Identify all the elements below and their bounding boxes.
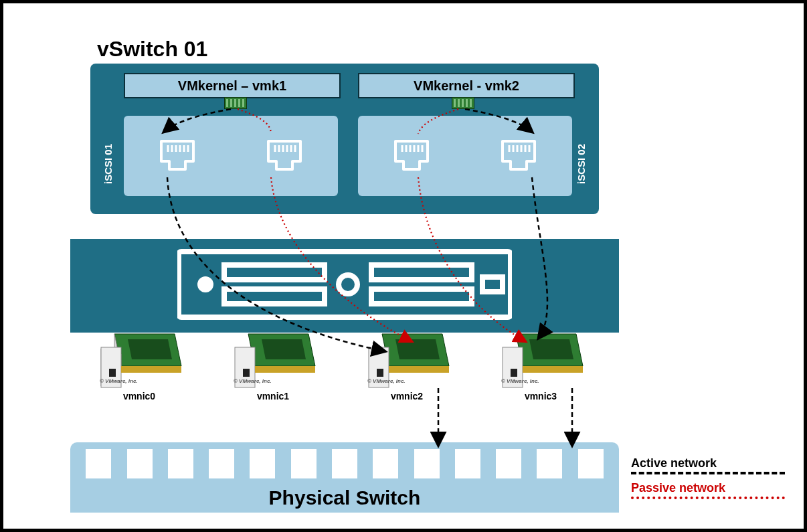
nic-card-icon: © VMware, Inc. <box>497 331 584 388</box>
vmware-credit: © VMware, Inc. <box>501 378 539 384</box>
rj45-port-icon <box>264 137 304 175</box>
iscsi01-label: iSCSI 01 <box>102 144 114 184</box>
switch-port-icon <box>209 449 234 478</box>
svg-rect-5 <box>371 265 472 280</box>
switch-port-icon <box>373 449 398 478</box>
switch-port-icon <box>537 449 562 478</box>
vmware-credit: © VMware, Inc. <box>234 378 272 384</box>
nic-card-vmnic3: © VMware, Inc. vmnic3 <box>497 331 584 402</box>
diagram-title: vSwitch 01 <box>97 37 207 62</box>
switch-port-icon <box>496 449 521 478</box>
switch-port-icon <box>578 449 604 478</box>
nic-card-icon: © VMware, Inc. <box>363 331 450 388</box>
legend-passive: Passive network <box>631 481 785 499</box>
diagram-frame: vSwitch 01 VMkernel – vmk1 VMkernel - vm… <box>0 0 807 532</box>
svg-point-4 <box>339 275 357 294</box>
vmnic1-label: vmnic1 <box>230 391 317 402</box>
legend-passive-line-icon <box>631 497 785 499</box>
nic-chip-icon <box>452 97 474 109</box>
legend-active: Active network <box>631 456 785 474</box>
physical-switch-ports <box>70 449 619 478</box>
switch-port-icon <box>127 449 153 478</box>
legend: Active network Passive network <box>631 450 785 502</box>
server-bar <box>70 239 619 333</box>
iscsi02-label: iSCSI 02 <box>575 144 587 184</box>
svg-rect-27 <box>511 369 517 377</box>
svg-point-1 <box>197 276 213 292</box>
svg-rect-3 <box>224 289 325 304</box>
svg-rect-6 <box>371 289 472 304</box>
rj45-port-icon <box>391 137 432 175</box>
svg-rect-17 <box>243 369 250 377</box>
vmkernel-vmk1-label: VMkernel – vmk1 <box>124 73 341 98</box>
vmnic2-label: vmnic2 <box>363 391 450 402</box>
nic-card-icon: © VMware, Inc. <box>230 331 317 388</box>
vswitch-box: VMkernel – vmk1 VMkernel - vmk2 iSCSI 01… <box>90 64 599 214</box>
rj45-port-icon <box>499 137 539 175</box>
switch-port-icon <box>332 449 357 478</box>
svg-marker-20 <box>395 339 440 359</box>
svg-rect-18 <box>255 366 315 373</box>
nic-card-icon: © VMware, Inc. <box>96 331 183 388</box>
svg-rect-13 <box>121 366 181 373</box>
vmkernel-vmk2-label: VMkernel - vmk2 <box>358 73 575 98</box>
svg-rect-7 <box>482 277 503 292</box>
vmnic0-label: vmnic0 <box>96 391 183 402</box>
nic-chip-icon <box>224 97 247 109</box>
svg-rect-28 <box>523 366 583 373</box>
svg-rect-2 <box>224 265 325 280</box>
physical-switch: Physical Switch <box>70 442 619 513</box>
portgroup-iscsi02 <box>358 116 572 196</box>
legend-active-label: Active network <box>631 456 785 470</box>
switch-port-icon <box>291 449 317 478</box>
vmware-credit: © VMware, Inc. <box>367 378 406 384</box>
svg-marker-25 <box>529 339 573 359</box>
svg-rect-22 <box>377 369 383 377</box>
portgroup-iscsi01 <box>124 116 338 196</box>
physical-switch-label: Physical Switch <box>70 486 619 509</box>
switch-port-icon <box>455 449 480 478</box>
switch-port-icon <box>86 449 111 478</box>
switch-port-icon <box>168 449 193 478</box>
server-icon <box>177 248 512 324</box>
svg-rect-23 <box>389 366 449 373</box>
svg-marker-9 <box>128 339 172 359</box>
svg-rect-0 <box>179 252 511 317</box>
nic-card-vmnic1: © VMware, Inc. vmnic1 <box>230 331 317 402</box>
legend-passive-label: Passive network <box>631 481 785 495</box>
nic-card-vmnic0: © VMware, Inc. vmnic0 <box>96 331 183 402</box>
vmnic3-label: vmnic3 <box>497 391 584 402</box>
nic-card-vmnic2: © VMware, Inc. vmnic2 <box>363 331 450 402</box>
svg-marker-15 <box>262 339 306 359</box>
switch-port-icon <box>414 449 440 478</box>
legend-active-line-icon <box>631 472 785 474</box>
switch-port-icon <box>250 449 275 478</box>
vmware-credit: © VMware, Inc. <box>100 378 138 384</box>
svg-rect-12 <box>109 369 116 377</box>
rj45-port-icon <box>157 137 197 175</box>
